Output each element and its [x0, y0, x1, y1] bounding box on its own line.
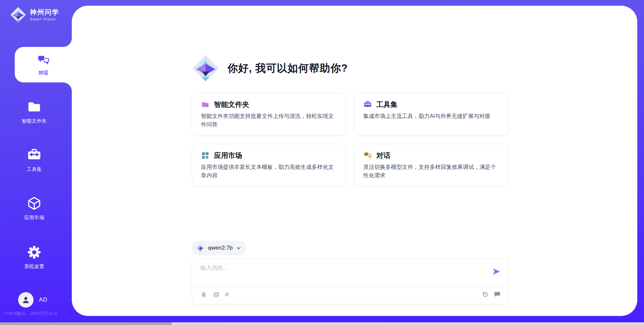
sidebar-item-label: 对话: [39, 70, 48, 76]
brand-text: 神州问学 Smart Vision: [30, 8, 59, 21]
send-button[interactable]: [492, 267, 501, 276]
sidebar: 神州问学 Smart Vision 对话 智能文件夹 工具集 应用市场 系统设置…: [0, 0, 72, 325]
user-name: AD: [39, 297, 48, 303]
comment-button[interactable]: [494, 291, 501, 298]
greeting-logo-icon: [192, 55, 219, 82]
sidebar-item-label: 系统设置: [24, 263, 44, 270]
chat-icon: [37, 54, 50, 67]
composer-divider: [192, 286, 508, 287]
card-toolset[interactable]: 工具集 集成市场上主流工具，助力AI与外界无缝扩展与对接: [354, 93, 508, 136]
feature-cards: 智能文件夹 智能文件夹功能支持批量文件上传与清洗，轻松实现文件问答 工具集 集成…: [192, 93, 508, 187]
sidebar-item-settings[interactable]: 系统设置: [0, 245, 68, 270]
toolbox-icon: [26, 147, 42, 163]
greeting-title: 你好, 我可以如何帮助你?: [227, 61, 348, 75]
content-column: 你好, 我可以如何帮助你? 智能文件夹 智能文件夹功能支持批量文件上传与清洗，轻…: [192, 6, 508, 304]
card-app-market[interactable]: 应用市场 应用市场提供丰富长文本模板，助力高效生成多样化文章内容: [192, 144, 346, 187]
copyright: ©神州数码 · 神州问学出品: [5, 311, 58, 317]
card-title: 智能文件夹: [214, 100, 249, 109]
attach-button[interactable]: [200, 291, 207, 298]
model-name: qwen2:7b: [208, 245, 233, 251]
tab-fillet-top: [63, 38, 72, 47]
brand: 神州问学 Smart Vision: [10, 7, 59, 23]
card-chat[interactable]: 对话 灵活切换多模型文件，支持多样回复效果调试，满足个性化需求: [354, 144, 508, 187]
gear-icon: [26, 245, 42, 260]
card-description: 灵活切换多模型文件，支持多样回复效果调试，满足个性化需求: [363, 163, 499, 180]
model-selector[interactable]: qwen2:7b: [192, 241, 247, 255]
card-smart-folder[interactable]: 智能文件夹 智能文件夹功能支持批量文件上传与清洗，轻松实现文件问答: [192, 93, 346, 136]
composer-right-tools: [482, 291, 501, 298]
cube-icon: [26, 196, 42, 211]
sidebar-item-app-market[interactable]: 应用市场: [0, 196, 68, 221]
chevron-down-icon: [236, 246, 241, 251]
card-description: 集成市场上主流工具，助力AI与外界无缝扩展与对接: [363, 112, 499, 120]
message-input[interactable]: [200, 264, 483, 283]
composer-tools: @ #: [200, 291, 229, 298]
sidebar-item-label: 智能文件夹: [22, 118, 47, 124]
sidebar-item-chat[interactable]: 对话: [15, 47, 72, 82]
card-title: 对话: [376, 151, 390, 160]
brand-subtitle: Smart Vision: [30, 17, 59, 21]
toolbox-icon: [363, 100, 372, 109]
folder-icon: [201, 100, 210, 109]
sidebar-item-label: 应用市场: [24, 214, 44, 221]
main-panel: 你好, 我可以如何帮助你? 智能文件夹 智能文件夹功能支持批量文件上传与清洗，轻…: [72, 6, 637, 316]
avatar: [18, 292, 34, 308]
composer: @ #: [192, 258, 508, 304]
card-description: 应用市场提供丰富长文本模板，助力高效生成多样化文章内容: [201, 163, 337, 180]
scrollbar-thumb[interactable]: [0, 322, 172, 325]
brand-logo-icon: [196, 244, 205, 252]
sidebar-item-smart-folder[interactable]: 智能文件夹: [0, 99, 68, 124]
sidebar-item-label: 工具集: [27, 166, 42, 173]
brand-logo-icon: [10, 7, 26, 23]
greeting: 你好, 我可以如何帮助你?: [192, 55, 508, 82]
history-button[interactable]: [482, 291, 489, 298]
person-icon: [21, 296, 30, 304]
chat-icon: [363, 151, 372, 160]
folder-icon: [26, 99, 42, 115]
brand-name: 神州问学: [30, 8, 59, 16]
card-description: 智能文件夹功能支持批量文件上传与清洗，轻松实现文件问答: [201, 112, 337, 129]
mention-button[interactable]: @: [213, 291, 219, 298]
card-title: 工具集: [376, 100, 397, 109]
topic-button[interactable]: #: [225, 291, 229, 298]
grid-icon: [201, 151, 210, 160]
card-title: 应用市场: [214, 151, 242, 160]
sidebar-item-toolset[interactable]: 工具集: [0, 147, 68, 173]
horizontal-scrollbar[interactable]: [0, 322, 644, 325]
tab-fillet-bottom: [63, 82, 72, 91]
user-profile[interactable]: AD: [18, 292, 48, 308]
